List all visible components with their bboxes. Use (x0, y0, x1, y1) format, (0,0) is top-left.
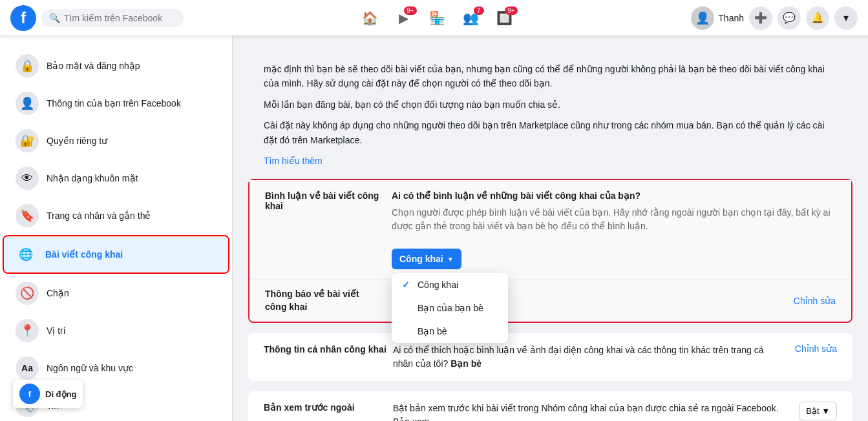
preview-desc: Bật bản xem trước khi bài viết trong Nhó… (393, 402, 785, 421)
svg-text:f: f (28, 389, 32, 399)
comment-title: Ai có thể bình luận về những bài viết cô… (392, 190, 836, 201)
privacy-icon: 🔐 (16, 129, 39, 152)
user-avatar-button[interactable]: 👤 Thanh (691, 6, 744, 30)
main-content: mặc định thì bạn bè sẽ theo dõi bài viết… (233, 36, 868, 421)
dropdown-label: Công khai (399, 254, 443, 264)
desc-p2: Mỗi lần bạn đăng bài, bạn có thể chọn đố… (264, 98, 837, 112)
sidebar-item-vi-tri[interactable]: 📍 Vị trí (5, 313, 227, 349)
notification-row: Thông báo về bài viết công khai Công kha… (249, 280, 851, 321)
dropdown-option-label: Công khai (418, 280, 458, 290)
face-icon: 👁 (16, 167, 39, 190)
personal-info-label: Thông tin cá nhân công khai (264, 344, 393, 356)
nav-pages-button[interactable]: 🔲 9+ (489, 5, 520, 31)
preview-action: Bật ▼ (785, 402, 837, 420)
nav-store-button[interactable]: 🏪 (422, 5, 453, 31)
search-input[interactable] (64, 13, 176, 23)
search-icon: 🔍 (49, 13, 60, 23)
fchat-label: Di động (45, 389, 76, 399)
desc-p3: Cài đặt này không áp dụng cho những ngườ… (264, 118, 837, 147)
public-post-icon: 🌐 (14, 243, 37, 266)
top-navigation: f 🔍 🏠 ▶ 9+ 🏪 👥 7 🔲 9+ 👤 Thanh ➕ 💬 (0, 0, 868, 36)
sidebar-item-chan[interactable]: 🚫 Chặn (5, 275, 227, 311)
sidebar-item-label: Bài viết công khai (45, 249, 123, 260)
sidebar-item-label: Thông tin của bạn trên Facebook (47, 98, 181, 108)
location-icon: 📍 (16, 319, 39, 342)
messenger-button[interactable]: 💬 (778, 6, 801, 30)
comment-highlight-box: Bình luận về bài viết công khai Ai có th… (248, 179, 852, 322)
dropdown-option-ban-ban-be[interactable]: ✓ Bạn của bạn bè (392, 296, 508, 320)
personal-info-edit-link[interactable]: Chỉnh sửa (795, 344, 837, 354)
sidebar-item-quyen-rieng-tu[interactable]: 🔐 Quyền riêng tư (5, 123, 227, 159)
dropdown-container: Công khai ▼ ✓ Công khai ✓ Bạn của bạn (392, 249, 461, 269)
notifications-button[interactable]: 🔔 (806, 6, 829, 30)
desc-p1: mặc định thì bạn bè sẽ theo dõi bài viết… (264, 62, 837, 91)
language-icon: Aa (16, 356, 39, 380)
fchat-badge[interactable]: f Di động (13, 380, 83, 408)
notification-label: Thông báo về bài viết công khai (265, 288, 381, 313)
profile-icon: 🔖 (16, 204, 39, 227)
preview-section: Bản xem trước ngoài Bật bản xem trước kh… (248, 391, 852, 421)
facebook-logo[interactable]: f (10, 5, 36, 31)
nav-friends-button[interactable]: 👥 7 (456, 5, 487, 31)
sidebar-item-label: Bảo mật và đăng nhập (47, 61, 140, 71)
block-icon: 🚫 (16, 282, 39, 305)
preview-label: Bản xem trước ngoài (264, 402, 393, 415)
sidebar-item-nhan-dang[interactable]: 👁 Nhận dạng khuôn mặt (5, 160, 227, 196)
comment-label: Bình luận về bài viết công khai (265, 190, 381, 269)
nav-right: 👤 Thanh ➕ 💬 🔔 ▾ (691, 6, 858, 30)
nav-home-button[interactable]: 🏠 (355, 5, 386, 31)
sidebar-item-thong-tin[interactable]: 👤 Thông tin của bạn trên Facebook (5, 85, 227, 121)
dropdown-arrow-icon: ▼ (447, 256, 454, 263)
dropdown-option-cong-khai[interactable]: ✓ Công khai (392, 273, 508, 296)
comment-section: Bình luận về bài viết công khai Ai có th… (249, 180, 851, 280)
personal-info-section: Thông tin cá nhân công khai Ai có thể th… (248, 333, 852, 381)
search-bar[interactable]: 🔍 (41, 9, 184, 27)
nav-video-button[interactable]: ▶ 9+ (388, 5, 419, 31)
add-button[interactable]: ➕ (749, 6, 772, 30)
sidebar-item-label: Quyền riêng tư (47, 136, 107, 146)
description-text: mặc định thì bạn bè sẽ theo dõi bài viết… (248, 52, 852, 179)
dropdown-option-label: Bạn bè (418, 326, 447, 336)
menu-button[interactable]: ▾ (834, 6, 858, 30)
page-container: 🔒 Bảo mật và đăng nhập 👤 Thông tin của b… (0, 36, 868, 421)
public-dropdown-button[interactable]: Công khai ▼ (392, 249, 461, 269)
video-badge: 9+ (404, 6, 416, 15)
preview-row: Bản xem trước ngoài Bật bản xem trước kh… (248, 391, 852, 421)
sidebar-item-bai-viet-cong-khai[interactable]: 🌐 Bài viết công khai (4, 236, 228, 272)
user-name-label: Thanh (718, 13, 744, 23)
personal-info-action: Chỉnh sửa (785, 344, 837, 354)
sidebar: 🔒 Bảo mật và đăng nhập 👤 Thông tin của b… (0, 36, 233, 421)
friends-badge: 7 (474, 6, 484, 15)
avatar: 👤 (691, 6, 714, 30)
lock-icon: 🔒 (16, 54, 39, 77)
nav-center: 🏠 ▶ 9+ 🏪 👥 7 🔲 9+ (184, 5, 691, 31)
personal-info-desc-text: Ai có thể thích hoặc bình luận về ảnh đạ… (393, 345, 764, 369)
dropdown-option-label: Bạn của bạn bè (418, 303, 483, 313)
sidebar-item-label: Trang cá nhân và gắn thẻ (47, 211, 151, 221)
dropdown-menu: ✓ Công khai ✓ Bạn của bạn bè ✓ Bạn bè (392, 273, 508, 343)
personal-info-value: Bạn bè (450, 358, 482, 369)
user-info-icon: 👤 (16, 92, 39, 115)
sidebar-item-label: Vị trí (47, 325, 66, 336)
comment-right: Ai có thể bình luận về những bài viết cô… (392, 190, 836, 269)
sidebar-item-trang-ca-nhan[interactable]: 🔖 Trang cá nhân và gắn thẻ (5, 198, 227, 234)
sidebar-item-bao-mat[interactable]: 🔒 Bảo mật và đăng nhập (5, 48, 227, 84)
sidebar-item-label: Chặn (47, 288, 69, 298)
personal-info-desc: Ai có thể thích hoặc bình luận về ảnh đạ… (393, 344, 785, 371)
notification-edit-link[interactable]: Chỉnh sửa (794, 296, 836, 306)
sidebar-item-label: Ngôn ngữ và khu vực (47, 363, 133, 373)
pages-badge: 9+ (505, 6, 517, 15)
personal-info-row: Thông tin cá nhân công khai Ai có thể th… (248, 333, 852, 381)
check-icon: ✓ (402, 280, 412, 290)
notification-action: Chỉnh sửa (784, 296, 836, 306)
preview-toggle-button[interactable]: Bật ▼ (799, 402, 837, 420)
learn-more-link[interactable]: Tìm hiểu thêm (264, 156, 323, 166)
comment-desc: Chọn người được phép bình luận về bài vi… (392, 206, 836, 233)
dropdown-option-ban-be[interactable]: ✓ Bạn bè (392, 320, 508, 343)
sidebar-item-label: Nhận dạng khuôn mặt (47, 173, 138, 183)
fchat-logo-icon: f (19, 384, 40, 404)
nav-left: f 🔍 (10, 5, 184, 31)
